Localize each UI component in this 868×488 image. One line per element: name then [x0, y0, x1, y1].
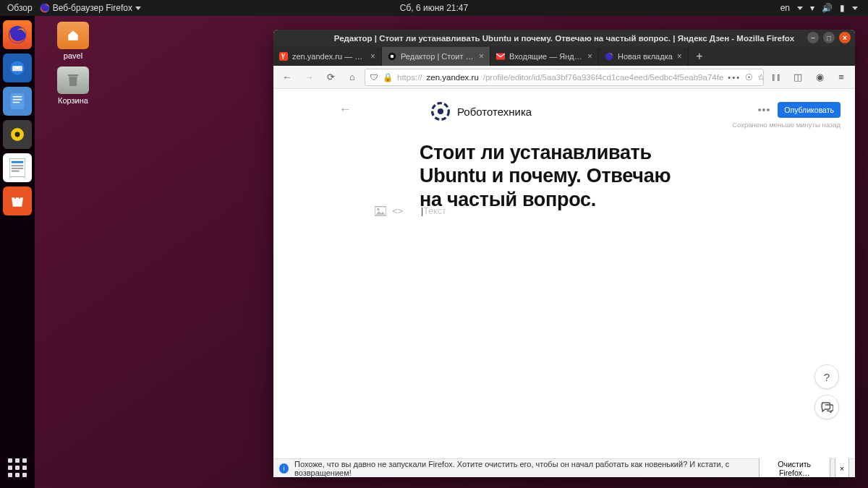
- account-button[interactable]: ◉: [810, 68, 829, 87]
- home-button[interactable]: ⌂: [343, 68, 362, 87]
- reload-button[interactable]: ⟳: [321, 68, 340, 87]
- chevron-down-icon: [135, 7, 141, 10]
- trash-can-icon: [67, 73, 79, 87]
- back-button[interactable]: ←: [278, 68, 297, 87]
- help-button[interactable]: ?: [814, 364, 839, 389]
- dismiss-notification-button[interactable]: ×: [835, 458, 849, 478]
- dock-item-thunderbird[interactable]: [3, 53, 32, 82]
- close-tab-icon[interactable]: ×: [479, 51, 484, 61]
- close-tab-icon[interactable]: ×: [370, 51, 375, 61]
- browser-tab[interactable]: Редактор | Стоит ли уст ×: [382, 47, 490, 66]
- gnome-top-panel: Обзор Веб-браузер Firefox Сб, 6 июня 21:…: [0, 0, 868, 16]
- tab-label: Входящие — Яндекс.По: [509, 52, 583, 61]
- dock-item-software[interactable]: [3, 187, 32, 215]
- svg-rect-13: [12, 171, 20, 172]
- channel-header[interactable]: Робототехника: [431, 102, 532, 121]
- trash-icon[interactable]: Корзина: [48, 67, 98, 105]
- library-button[interactable]: ⫿⫿: [767, 68, 786, 87]
- publish-button[interactable]: Опубликовать: [778, 102, 841, 118]
- notification-bar: i Похоже, что вы давно не запускали Fire…: [273, 458, 855, 477]
- battery-icon: ▮: [840, 3, 845, 13]
- bookmark-star-icon[interactable]: ☆: [757, 72, 764, 82]
- info-icon: i: [279, 463, 289, 474]
- browser-tab[interactable]: Новая вкладка ×: [599, 47, 689, 66]
- article-title[interactable]: Стоит ли устанавливать Ubuntu и почему. …: [420, 141, 689, 211]
- app-menu[interactable]: Веб-браузер Firefox: [40, 3, 141, 13]
- speaker-icon: [9, 127, 25, 142]
- svg-rect-10: [12, 161, 24, 163]
- firefox-window: Редактор | Стоит ли устанавливать Ubuntu…: [273, 30, 855, 477]
- svg-rect-5: [13, 99, 22, 100]
- chat-button[interactable]: [814, 395, 839, 419]
- activities-button[interactable]: Обзор: [7, 3, 33, 13]
- tab-label: Новая вкладка: [618, 52, 673, 61]
- page-actions-icon[interactable]: •••: [728, 73, 741, 82]
- keyboard-layout-indicator[interactable]: en: [780, 3, 790, 13]
- window-titlebar[interactable]: Редактор | Стоит ли устанавливать Ubuntu…: [273, 30, 855, 47]
- tab-label: Редактор | Стоит ли уст: [401, 52, 475, 61]
- volume-icon: 🔊: [822, 3, 833, 13]
- clock[interactable]: Сб, 6 июня 21:47: [400, 3, 468, 13]
- zen-icon: [388, 52, 396, 61]
- dock-item-firefox[interactable]: [3, 20, 32, 49]
- home-folder-icon[interactable]: pavel: [48, 22, 98, 60]
- notification-text: Похоже, что вы давно не запускали Firefo…: [294, 460, 753, 477]
- tab-label: zen.yandex.ru — Яндекс: [292, 52, 366, 61]
- app-menu-label: Веб-браузер Firefox: [53, 3, 132, 13]
- browser-tab[interactable]: zen.yandex.ru — Яндекс ×: [273, 47, 382, 66]
- reader-mode-icon[interactable]: ☉: [745, 72, 753, 82]
- forward-button[interactable]: →: [299, 68, 318, 87]
- url-path: /profile/editor/id/5aa3bf76a936f4cd1cae4…: [483, 73, 724, 82]
- wifi-icon: ▾: [810, 3, 814, 13]
- window-minimize-button[interactable]: –: [807, 32, 819, 43]
- home-icon: [66, 29, 80, 42]
- tab-strip: zen.yandex.ru — Яндекс × Редактор | Стои…: [273, 47, 855, 66]
- document-icon: [9, 158, 25, 177]
- new-tab-button[interactable]: +: [689, 47, 710, 66]
- body-input[interactable]: |Текст: [421, 206, 446, 216]
- shopping-bag-icon: [9, 194, 25, 208]
- show-applications-button[interactable]: [3, 453, 32, 482]
- browser-tab[interactable]: Входящие — Яндекс.По ×: [490, 47, 599, 66]
- chat-icon: [820, 401, 833, 413]
- insert-image-button[interactable]: [375, 206, 386, 216]
- refresh-firefox-button[interactable]: Очистить Firefox…: [759, 458, 830, 478]
- ubuntu-dock: [0, 16, 35, 488]
- window-close-button[interactable]: ×: [839, 32, 851, 43]
- svg-rect-3: [11, 93, 25, 109]
- svg-rect-4: [13, 96, 22, 98]
- home-folder-label: pavel: [48, 51, 98, 60]
- thunderbird-icon: [9, 60, 25, 76]
- channel-name: Робототехника: [457, 106, 532, 118]
- svg-rect-12: [12, 168, 24, 169]
- dock-item-text-editor[interactable]: [3, 87, 32, 116]
- channel-logo-icon: [431, 102, 450, 121]
- chevron-down-icon: [797, 7, 803, 10]
- svg-point-8: [15, 132, 20, 137]
- more-options-button[interactable]: •••: [758, 104, 771, 116]
- window-maximize-button[interactable]: □: [823, 32, 835, 43]
- editor-side-tools: <>: [375, 205, 404, 216]
- dock-item-rhythmbox[interactable]: [3, 120, 32, 149]
- window-title: Редактор | Стоит ли устанавливать Ubuntu…: [334, 34, 794, 43]
- firefox-icon: [40, 3, 50, 13]
- insert-embed-button[interactable]: <>: [392, 205, 404, 216]
- close-tab-icon[interactable]: ×: [677, 51, 682, 61]
- svg-point-1: [9, 26, 26, 43]
- url-host: zen.yandex.ru: [427, 73, 479, 82]
- url-scheme: https://: [397, 73, 422, 82]
- system-tray[interactable]: en ▾ 🔊 ▮: [780, 3, 868, 13]
- trash-label: Корзина: [48, 96, 98, 105]
- editor-back-button[interactable]: ←: [339, 102, 352, 117]
- sidebar-button[interactable]: ◫: [788, 68, 807, 87]
- notes-icon: [10, 93, 25, 109]
- shield-icon: 🛡: [370, 73, 378, 82]
- save-status: Сохранено меньше минуты назад: [732, 121, 841, 129]
- browser-toolbar: ← → ⟳ ⌂ 🛡 🔒 https://zen.yandex.ru/profil…: [273, 66, 855, 89]
- url-bar[interactable]: 🛡 🔒 https://zen.yandex.ru/profile/editor…: [365, 69, 764, 86]
- dock-item-libreoffice-writer[interactable]: [3, 153, 32, 182]
- hamburger-menu-button[interactable]: ≡: [832, 68, 851, 87]
- mail-icon: [496, 52, 505, 61]
- svg-point-21: [438, 108, 443, 114]
- close-tab-icon[interactable]: ×: [587, 51, 592, 61]
